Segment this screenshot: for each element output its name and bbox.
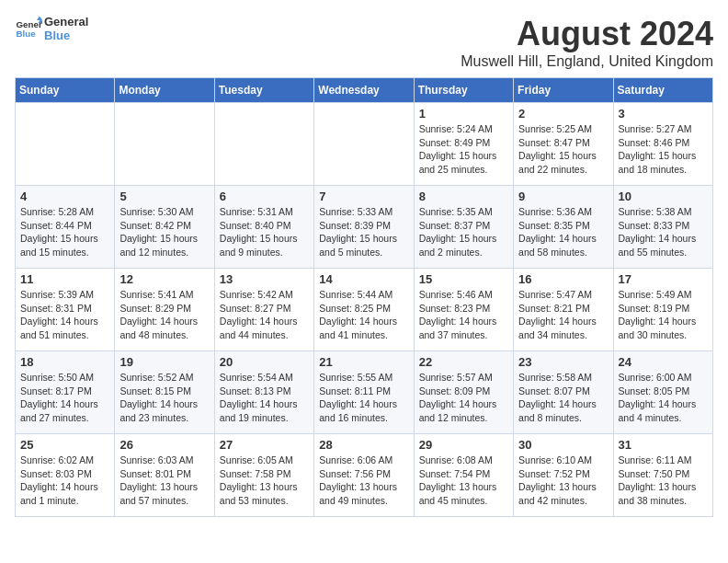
header-cell-tuesday: Tuesday xyxy=(214,78,313,103)
calendar-cell: 31Sunrise: 6:11 AM Sunset: 7:50 PM Dayli… xyxy=(613,434,712,517)
header-cell-friday: Friday xyxy=(514,78,613,103)
day-number: 13 xyxy=(220,272,309,286)
cell-info: Sunrise: 5:28 AM Sunset: 8:44 PM Dayligh… xyxy=(20,205,109,259)
cell-info: Sunrise: 6:03 AM Sunset: 8:01 PM Dayligh… xyxy=(119,454,209,508)
day-number: 14 xyxy=(319,272,408,286)
day-number: 20 xyxy=(220,355,309,369)
day-number: 25 xyxy=(20,438,109,452)
cell-info: Sunrise: 6:00 AM Sunset: 8:05 PM Dayligh… xyxy=(619,371,708,425)
calendar-cell: 15Sunrise: 5:46 AM Sunset: 8:23 PM Dayli… xyxy=(414,269,513,351)
calendar-cell: 20Sunrise: 5:54 AM Sunset: 8:13 PM Dayli… xyxy=(214,351,313,434)
cell-info: Sunrise: 5:27 AM Sunset: 8:46 PM Dayligh… xyxy=(619,122,708,177)
cell-info: Sunrise: 5:38 AM Sunset: 8:33 PM Dayligh… xyxy=(619,205,708,259)
calendar-cell: 30Sunrise: 6:10 AM Sunset: 7:52 PM Dayli… xyxy=(514,434,613,517)
main-title: August 2024 xyxy=(461,15,713,53)
calendar-cell: 8Sunrise: 5:35 AM Sunset: 8:37 PM Daylig… xyxy=(414,186,513,269)
calendar-cell: 6Sunrise: 5:31 AM Sunset: 8:40 PM Daylig… xyxy=(214,186,313,269)
calendar-cell: 23Sunrise: 5:58 AM Sunset: 8:07 PM Dayli… xyxy=(514,351,613,434)
calendar-cell: 2Sunrise: 5:25 AM Sunset: 8:47 PM Daylig… xyxy=(514,103,613,186)
calendar-cell: 27Sunrise: 6:05 AM Sunset: 7:58 PM Dayli… xyxy=(214,434,313,517)
header-cell-saturday: Saturday xyxy=(613,78,712,103)
day-number: 21 xyxy=(319,355,408,369)
cell-info: Sunrise: 5:31 AM Sunset: 8:40 PM Dayligh… xyxy=(220,205,309,259)
calendar-cell: 13Sunrise: 5:42 AM Sunset: 8:27 PM Dayli… xyxy=(214,269,313,351)
calendar-cell: 3Sunrise: 5:27 AM Sunset: 8:46 PM Daylig… xyxy=(613,103,712,186)
day-number: 11 xyxy=(20,272,109,286)
day-number: 17 xyxy=(619,272,708,286)
day-number: 7 xyxy=(319,190,408,203)
day-number: 9 xyxy=(518,190,608,203)
header-cell-monday: Monday xyxy=(115,78,214,103)
cell-info: Sunrise: 5:54 AM Sunset: 8:13 PM Dayligh… xyxy=(220,371,309,425)
calendar-cell: 1Sunrise: 5:24 AM Sunset: 8:49 PM Daylig… xyxy=(414,103,513,186)
cell-info: Sunrise: 6:11 AM Sunset: 7:50 PM Dayligh… xyxy=(619,454,708,508)
header-cell-thursday: Thursday xyxy=(414,78,513,103)
week-row-3: 11Sunrise: 5:39 AM Sunset: 8:31 PM Dayli… xyxy=(16,269,713,351)
cell-info: Sunrise: 5:35 AM Sunset: 8:37 PM Dayligh… xyxy=(419,205,508,259)
day-number: 27 xyxy=(220,438,309,452)
cell-info: Sunrise: 5:46 AM Sunset: 8:23 PM Dayligh… xyxy=(419,288,508,342)
day-number: 12 xyxy=(119,272,209,286)
day-number: 23 xyxy=(518,355,608,369)
svg-text:General: General xyxy=(17,19,43,29)
cell-info: Sunrise: 5:57 AM Sunset: 8:09 PM Dayligh… xyxy=(419,371,508,425)
day-number: 6 xyxy=(220,190,309,203)
day-number: 24 xyxy=(619,355,708,369)
cell-info: Sunrise: 5:33 AM Sunset: 8:39 PM Dayligh… xyxy=(319,205,408,259)
logo-blue-text: Blue xyxy=(44,29,88,42)
day-number: 16 xyxy=(518,272,608,286)
page-header: General Blue General Blue August 2024 Mu… xyxy=(15,15,713,70)
cell-info: Sunrise: 5:58 AM Sunset: 8:07 PM Dayligh… xyxy=(518,371,608,425)
day-number: 10 xyxy=(619,190,708,203)
cell-info: Sunrise: 5:44 AM Sunset: 8:25 PM Dayligh… xyxy=(319,288,408,342)
calendar-cell xyxy=(115,103,214,186)
cell-info: Sunrise: 6:08 AM Sunset: 7:54 PM Dayligh… xyxy=(419,454,508,508)
calendar-cell: 24Sunrise: 6:00 AM Sunset: 8:05 PM Dayli… xyxy=(613,351,712,434)
week-row-4: 18Sunrise: 5:50 AM Sunset: 8:17 PM Dayli… xyxy=(16,351,713,434)
calendar-cell xyxy=(314,103,414,186)
cell-info: Sunrise: 6:02 AM Sunset: 8:03 PM Dayligh… xyxy=(20,454,109,508)
calendar-cell: 12Sunrise: 5:41 AM Sunset: 8:29 PM Dayli… xyxy=(115,269,214,351)
week-row-5: 25Sunrise: 6:02 AM Sunset: 8:03 PM Dayli… xyxy=(16,434,713,517)
calendar-cell: 22Sunrise: 5:57 AM Sunset: 8:09 PM Dayli… xyxy=(414,351,513,434)
week-row-1: 1Sunrise: 5:24 AM Sunset: 8:49 PM Daylig… xyxy=(16,103,713,186)
calendar-cell: 11Sunrise: 5:39 AM Sunset: 8:31 PM Dayli… xyxy=(16,269,115,351)
calendar-cell: 9Sunrise: 5:36 AM Sunset: 8:35 PM Daylig… xyxy=(514,186,613,269)
day-number: 30 xyxy=(518,438,608,452)
day-number: 19 xyxy=(119,355,209,369)
cell-info: Sunrise: 5:39 AM Sunset: 8:31 PM Dayligh… xyxy=(20,288,109,342)
cell-info: Sunrise: 6:10 AM Sunset: 7:52 PM Dayligh… xyxy=(518,454,608,508)
day-number: 3 xyxy=(619,107,708,121)
calendar-cell xyxy=(16,103,115,186)
calendar-cell: 14Sunrise: 5:44 AM Sunset: 8:25 PM Dayli… xyxy=(314,269,414,351)
cell-info: Sunrise: 5:36 AM Sunset: 8:35 PM Dayligh… xyxy=(518,205,608,259)
day-number: 1 xyxy=(419,107,508,121)
day-number: 4 xyxy=(20,190,109,203)
cell-info: Sunrise: 6:06 AM Sunset: 7:56 PM Dayligh… xyxy=(319,454,408,508)
logo-icon: General Blue xyxy=(15,15,42,42)
calendar-cell: 29Sunrise: 6:08 AM Sunset: 7:54 PM Dayli… xyxy=(414,434,513,517)
day-number: 31 xyxy=(619,438,708,452)
calendar-cell: 28Sunrise: 6:06 AM Sunset: 7:56 PM Dayli… xyxy=(314,434,414,517)
cell-info: Sunrise: 5:47 AM Sunset: 8:21 PM Dayligh… xyxy=(518,288,608,342)
day-number: 8 xyxy=(419,190,508,203)
title-block: August 2024 Muswell Hill, England, Unite… xyxy=(461,15,713,70)
cell-info: Sunrise: 5:24 AM Sunset: 8:49 PM Dayligh… xyxy=(419,122,508,177)
calendar-cell: 17Sunrise: 5:49 AM Sunset: 8:19 PM Dayli… xyxy=(613,269,712,351)
svg-marker-2 xyxy=(37,17,42,21)
day-number: 2 xyxy=(518,107,608,121)
logo: General Blue General Blue xyxy=(15,15,88,42)
calendar-cell: 16Sunrise: 5:47 AM Sunset: 8:21 PM Dayli… xyxy=(514,269,613,351)
cell-info: Sunrise: 5:52 AM Sunset: 8:15 PM Dayligh… xyxy=(119,371,209,425)
cell-info: Sunrise: 5:30 AM Sunset: 8:42 PM Dayligh… xyxy=(119,205,209,259)
cell-info: Sunrise: 5:49 AM Sunset: 8:19 PM Dayligh… xyxy=(619,288,708,342)
cell-info: Sunrise: 5:25 AM Sunset: 8:47 PM Dayligh… xyxy=(518,122,608,177)
calendar-table: SundayMondayTuesdayWednesdayThursdayFrid… xyxy=(15,77,713,517)
day-number: 28 xyxy=(319,438,408,452)
calendar-cell: 18Sunrise: 5:50 AM Sunset: 8:17 PM Dayli… xyxy=(16,351,115,434)
cell-info: Sunrise: 5:42 AM Sunset: 8:27 PM Dayligh… xyxy=(220,288,309,342)
calendar-cell: 10Sunrise: 5:38 AM Sunset: 8:33 PM Dayli… xyxy=(613,186,712,269)
subtitle: Muswell Hill, England, United Kingdom xyxy=(461,53,713,70)
calendar-cell xyxy=(214,103,313,186)
day-number: 18 xyxy=(20,355,109,369)
